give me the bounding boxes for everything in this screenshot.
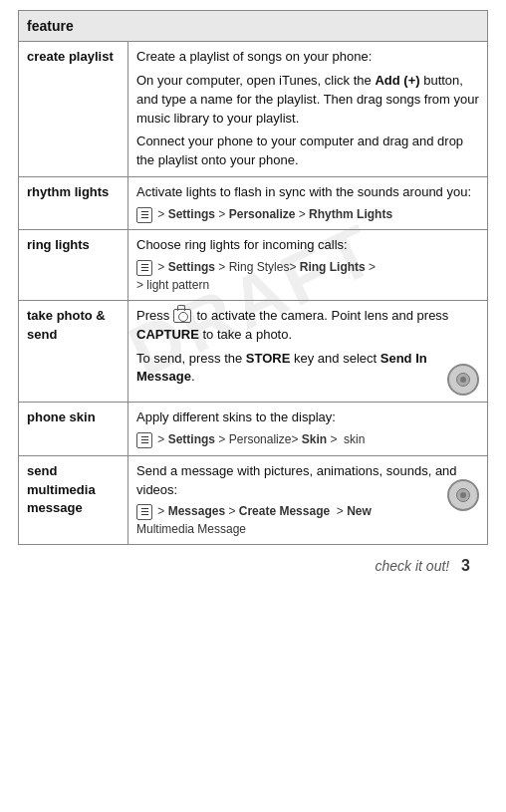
camera-icon	[173, 309, 191, 323]
menu-path-text: > Settings > Personalize > Rhythm Lights	[157, 207, 392, 221]
check-it-label: check it out!	[376, 558, 450, 574]
page-number: 3	[461, 557, 470, 574]
table-row: create playlist Create a playlist of son…	[19, 42, 488, 177]
store-label: STORE	[246, 351, 291, 366]
table-row: send multimedia message Send a message w…	[19, 455, 488, 544]
feature-desc: Apply different skins to the display: ☰ …	[128, 403, 488, 455]
menu-path-text: > Settings > Ring Styles> Ring Lights >>…	[136, 260, 376, 291]
feature-label: create playlist	[19, 42, 128, 177]
menu-icon: ☰	[136, 260, 152, 276]
menu-path: ☰ > Messages > Create Message > NewMulti…	[136, 503, 479, 538]
feature-desc: Press to activate the camera. Point lens…	[128, 300, 488, 403]
add-plus-label: Add (+)	[375, 73, 419, 88]
table-row: take photo & send Press to activate the …	[19, 300, 488, 403]
menu-icon: ☰	[136, 432, 152, 448]
feature-label: ring lights	[19, 230, 128, 301]
menu-path-text: > Settings > Personalize> Skin > skin	[157, 432, 365, 446]
desc-line: Send a message with pictures, animations…	[136, 462, 479, 500]
feature-desc: Send a message with pictures, animations…	[128, 455, 488, 544]
desc-line: Create a playlist of songs on your phone…	[136, 49, 372, 64]
menu-path: ☰ > Settings > Personalize> Skin > skin	[136, 431, 479, 448]
footer: check it out! 3	[18, 545, 488, 575]
table-header: feature	[19, 11, 488, 42]
desc-line: Press to activate the camera. Point lens…	[136, 307, 479, 345]
feature-desc: Activate lights to flash in sync with th…	[128, 177, 488, 230]
menu-path: ☰ > Settings > Personalize > Rhythm Ligh…	[136, 206, 479, 223]
feature-label: rhythm lights	[19, 177, 128, 230]
feature-desc: Create a playlist of songs on your phone…	[128, 42, 488, 177]
table-row: ring lights Choose ring lights for incom…	[19, 230, 488, 301]
desc-line: On your computer, open iTunes, click the…	[136, 72, 479, 129]
menu-icon: ☰	[136, 504, 152, 520]
desc-line: Choose ring lights for incoming calls:	[136, 237, 348, 252]
capture-label: CAPTURE	[136, 327, 199, 342]
feature-label: phone skin	[19, 403, 128, 455]
desc-line: To send, press the STORE key and select …	[136, 350, 479, 388]
desc-line: Apply different skins to the display:	[136, 409, 336, 424]
feature-desc: Choose ring lights for incoming calls: ☰…	[128, 230, 488, 301]
menu-path: ☰ > Settings > Ring Styles> Ring Lights …	[136, 259, 479, 294]
desc-line: Connect your phone to your computer and …	[136, 133, 479, 170]
feature-label: send multimedia message	[19, 455, 128, 544]
table-row: rhythm lights Activate lights to flash i…	[19, 177, 488, 230]
menu-path-text: > Messages > Create Message > NewMultime…	[136, 504, 372, 535]
feature-label: take photo & send	[19, 300, 128, 403]
menu-icon: ☰	[136, 207, 152, 223]
features-table: feature create playlist Create a playlis…	[18, 10, 488, 545]
table-row: phone skin Apply different skins to the …	[19, 403, 488, 455]
desc-line: Activate lights to flash in sync with th…	[136, 184, 471, 199]
